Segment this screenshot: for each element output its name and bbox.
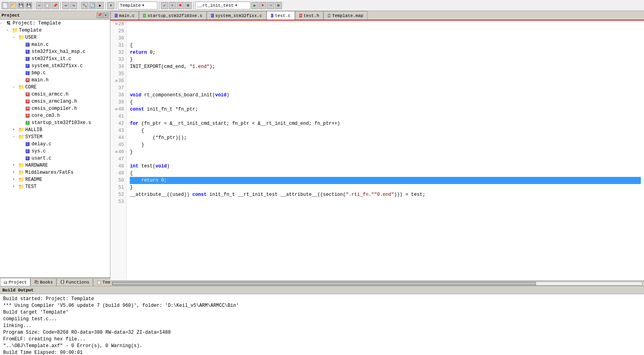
tree-item[interactable]: Cstm32f1xx_hal_msp.c: [0, 48, 110, 55]
code-content[interactable]: { return 0;}INIT_EXPORT(cmd_end, "1.end"…: [127, 21, 644, 280]
tree-item[interactable]: +📁README: [0, 176, 110, 183]
project-icon: 🗂: [4, 280, 7, 285]
line-number-row: 52: [113, 191, 124, 198]
line-number-row: 30: [113, 35, 124, 42]
tree-item[interactable]: Hcmsis_armclang.h: [0, 98, 110, 105]
bottom-tab-functions[interactable]: {}Functions: [56, 278, 93, 286]
line-number: 48: [118, 163, 124, 170]
file-tab-test-h[interactable]: Htest.h: [295, 11, 323, 20]
file-tab-startup_stm32f103xe-s[interactable]: Sstartup_stm32f103xe.s: [139, 11, 206, 20]
tree-item[interactable]: Cdelay.c: [0, 141, 110, 148]
tree-item[interactable]: −📁USER: [0, 34, 110, 41]
tree-item[interactable]: Csystem_stm32f1xx.c: [0, 62, 110, 69]
fold-indicator[interactable]: ⊟: [113, 21, 118, 28]
redo-icon[interactable]: ↪: [70, 2, 77, 9]
build-icon[interactable]: 🔨: [81, 2, 88, 9]
code-line: const init_fn_t *fn_ptr;: [130, 106, 641, 113]
new-file-icon[interactable]: 📄: [2, 2, 9, 9]
code-line: __attribute__((used)) const init_fn_t __…: [130, 191, 641, 198]
sep4: [105, 2, 106, 9]
save-all-icon[interactable]: 💾: [25, 2, 32, 9]
flash-icon[interactable]: ⚡: [169, 2, 176, 9]
bottom-tab-books[interactable]: 📚Books: [30, 278, 56, 286]
tree-item[interactable]: Hcore_cm3.h: [0, 112, 110, 119]
undo-icon[interactable]: ↩: [62, 2, 69, 9]
code-area[interactable]: ⊟2829303132333435⊟36373839⊟404142434445⊟…: [110, 21, 644, 280]
build-output-header: Build Output: [0, 286, 644, 294]
file-tab-test-c[interactable]: Ctest.c: [267, 11, 295, 20]
function-dropdown[interactable]: __rt_init_test ▼: [195, 2, 250, 9]
line-number: 30: [118, 35, 124, 42]
folder-icon: 📁: [18, 127, 24, 133]
code-line: {: [130, 42, 641, 49]
code-line: (*fn_ptr)();: [130, 134, 641, 141]
code-line: INIT_EXPORT(cmd_end, "1.end");: [130, 63, 641, 70]
tree-item[interactable]: Hmain.h: [0, 77, 110, 84]
tree-item[interactable]: −📁CORE: [0, 84, 110, 91]
line-number-row: 37: [113, 85, 124, 92]
tree-item-label: Project: Template: [13, 21, 61, 26]
build-output-line: linking...: [3, 323, 641, 329]
tree-item-label: TEST: [25, 184, 37, 190]
step-icon[interactable]: →: [267, 2, 274, 9]
stop-icon[interactable]: ■: [177, 2, 184, 9]
rebuild-icon[interactable]: 🔄: [89, 2, 96, 9]
tree-item[interactable]: +📁HARDWARE: [0, 162, 110, 169]
build-output-line: FromELF: creating hex file...: [3, 336, 641, 343]
tree-item[interactable]: Cusart.c: [0, 155, 110, 162]
sep7: [193, 2, 194, 9]
line-numbers: ⊟2829303132333435⊟36373839⊟404142434445⊟…: [110, 21, 127, 280]
file-tab-system_stm32f1xx-c[interactable]: Csystem_stm32f1xx.c: [207, 11, 267, 20]
tree-item[interactable]: −📁Template: [0, 27, 110, 34]
code-scrollbar[interactable]: [110, 280, 644, 286]
tree-item-label: main.c: [32, 42, 49, 47]
tree-item[interactable]: +📁HALLIB: [0, 126, 110, 133]
save-icon[interactable]: 💾: [17, 2, 24, 9]
line-number-row: 49: [113, 170, 124, 177]
tree-item[interactable]: Hcmsis_armcc.h: [0, 91, 110, 98]
tree-item[interactable]: Csys.c: [0, 148, 110, 155]
debug-icon[interactable]: ▶: [97, 2, 104, 9]
file-tab-main-c[interactable]: Cmain.c: [110, 11, 139, 20]
paste-icon[interactable]: 📌: [52, 2, 59, 9]
tree-item[interactable]: −📁SYSTEM: [0, 133, 110, 141]
open-icon[interactable]: 📂: [9, 2, 17, 9]
fold-indicator[interactable]: ⊟: [113, 106, 118, 113]
load-icon[interactable]: ⬇: [107, 2, 114, 9]
tree-item[interactable]: −🏗Project: Template: [0, 20, 110, 27]
tree-item[interactable]: +📁TEST: [0, 183, 110, 190]
tree-item[interactable]: Cmain.c: [0, 41, 110, 48]
settings2-icon[interactable]: ⚙: [275, 2, 282, 9]
breakpoint-icon[interactable]: ●: [259, 2, 266, 9]
tree-item-label: USER: [25, 35, 37, 40]
code-line: return 0;: [130, 49, 641, 56]
run-icon[interactable]: ▶: [251, 2, 258, 9]
tree-item[interactable]: +📁Middlewares/FatFs: [0, 169, 110, 176]
file-tab-icon: M: [328, 13, 330, 18]
bottom-tab-project[interactable]: 🗂Project: [0, 278, 30, 286]
file-tab-Template-map[interactable]: MTemplate.map: [323, 11, 368, 20]
tree-item[interactable]: Hcmsis_compiler.h: [0, 105, 110, 112]
fold-indicator[interactable]: ⊟: [113, 77, 118, 85]
scrollbar-thumb[interactable]: [112, 282, 536, 285]
tree-item[interactable]: Cbmp.c: [0, 69, 110, 77]
project-icon: 🏗: [6, 21, 12, 26]
copy-icon[interactable]: 📋: [44, 2, 51, 9]
target-dropdown[interactable]: Template ▼: [118, 2, 157, 9]
fold-indicator[interactable]: ⊟: [113, 148, 118, 156]
build-output-title: Build Output: [2, 288, 34, 293]
settings-icon[interactable]: ⚙: [185, 2, 192, 9]
line-number: 44: [118, 134, 124, 141]
build-output-area: Build Output Build started: Project: Tem…: [0, 286, 644, 355]
tree-item-label: delay.c: [32, 141, 51, 147]
panel-close-icon[interactable]: ✕: [103, 13, 108, 18]
tree-item[interactable]: Sstartup_stm32f103xe.s: [0, 119, 110, 126]
cut-icon[interactable]: ✂: [36, 2, 43, 9]
c-file-icon: C: [24, 70, 31, 76]
panel-pin-icon[interactable]: 📌: [97, 13, 102, 18]
sep5: [116, 2, 116, 9]
bottom-tabs: 🗂Project📚Books{}Functions📋Templates: [0, 277, 110, 286]
select-icon[interactable]: ✓: [161, 2, 168, 9]
scrollbar-track[interactable]: [112, 282, 642, 286]
tree-item[interactable]: Cstm32f1xx_it.c: [0, 55, 110, 62]
